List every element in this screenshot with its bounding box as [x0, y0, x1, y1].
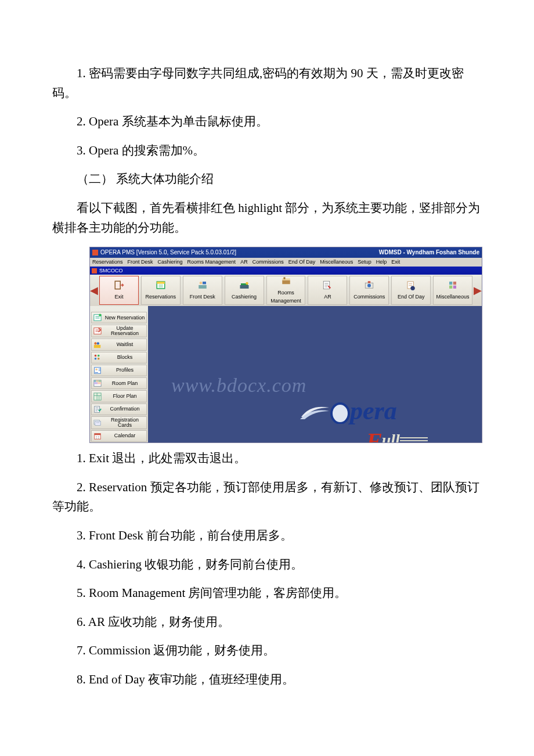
menu-end-of-day[interactable]: End Of Day: [288, 258, 316, 266]
toolbar-label: Reservations: [146, 293, 176, 301]
toolbar-scroll-left[interactable]: ◀: [90, 275, 98, 306]
lines-icon: [400, 430, 428, 442]
user-icon: [92, 268, 97, 273]
menu-front-desk[interactable]: Front Desk: [128, 258, 153, 266]
toolbar-label: Rooms Management: [267, 289, 305, 305]
toolbar-label: Exit: [114, 293, 123, 301]
para-7: 2. Reservation 预定各功能，预订部使用居多，有新订、修改预订、团队…: [52, 478, 482, 517]
sidebar-item-label: New Reservation: [104, 315, 146, 321]
svg-rect-39: [94, 383, 98, 385]
toolbar-misc-button[interactable]: Miscellaneous: [433, 276, 472, 305]
menu-reservations[interactable]: Reservations: [92, 258, 123, 266]
app-icon: [92, 250, 98, 255]
svg-point-32: [98, 358, 100, 360]
sidebar-item-confirmation[interactable]: Confirmation: [91, 404, 147, 415]
svg-rect-36: [94, 380, 96, 383]
sidebar-item-label: Floor Plan: [104, 394, 146, 399]
toolbar-exit-button[interactable]: Exit: [99, 276, 139, 305]
sidebar-item-label: Blocks: [104, 355, 146, 360]
svg-rect-9: [240, 285, 248, 289]
svg-rect-44: [95, 421, 101, 425]
sidebar-item-profiles[interactable]: Profiles: [91, 365, 147, 376]
toolbar-reservations-button[interactable]: Reservations: [141, 276, 181, 305]
svg-point-29: [95, 355, 97, 357]
para-10: 5. Room Management 房间管理功能，客房部使用。: [52, 584, 482, 603]
svg-point-6: [199, 282, 202, 285]
svg-rect-22: [453, 286, 456, 289]
toolbar-label: End Of Day: [398, 293, 425, 301]
svg-rect-21: [449, 286, 452, 289]
toolbar-label: Commissions: [353, 293, 385, 301]
para-11: 6. AR 应收功能，财务使用。: [52, 613, 482, 632]
sidebar-item-label: Registration Cards: [104, 417, 146, 429]
menu-commissions[interactable]: Commissions: [252, 258, 284, 266]
commissions-icon: [363, 280, 375, 293]
svg-rect-40: [98, 383, 101, 385]
menu-ar[interactable]: AR: [240, 258, 248, 266]
blocks-icon: [92, 353, 103, 362]
svg-point-10: [246, 282, 248, 285]
toolbar-frontdesk-button[interactable]: Front Desk: [183, 276, 222, 305]
eod-icon: [405, 280, 417, 293]
menu-miscellaneous[interactable]: Miscellaneous: [320, 258, 353, 266]
svg-rect-20: [453, 282, 456, 285]
menu-rooms-management[interactable]: Rooms Management: [187, 258, 236, 266]
toolbar-label: Miscellaneous: [436, 293, 470, 301]
cashiering-icon: [239, 280, 250, 293]
para-4: （二） 系统大体功能介绍: [52, 170, 482, 189]
window-title-left: OPERA PMS [Version 5.0, Service Pack 5.0…: [100, 248, 236, 257]
waitlist-icon: [92, 340, 103, 350]
update-res-icon: [92, 326, 103, 336]
menu-help[interactable]: Help: [376, 258, 387, 266]
sidebar-item-registration-cards[interactable]: Registration Cards: [91, 416, 147, 429]
sidebar-item-waitlist[interactable]: Waitlist: [91, 339, 147, 350]
canvas: www.bdocx.com pera Full Service: [148, 306, 482, 442]
svg-rect-38: [99, 380, 101, 383]
sidebar-item-update-reservation[interactable]: Update Reservation: [91, 325, 147, 337]
calendar-icon: [92, 431, 103, 441]
full-text: ull: [382, 431, 400, 442]
sidebar-item-new-reservation[interactable]: New Reservation: [91, 312, 147, 323]
letter-o-icon: [330, 401, 350, 430]
toolbar-ar-button[interactable]: AR: [308, 276, 347, 305]
roomplan-icon: [92, 379, 103, 388]
para-8: 3. Front Desk 前台功能，前台使用居多。: [52, 526, 482, 546]
svg-point-26: [94, 342, 96, 344]
sidebar-item-label: Room Plan: [104, 381, 146, 386]
toolbar-commissions-button[interactable]: Commissions: [349, 276, 389, 305]
letter-f-icon: F: [366, 428, 382, 442]
svg-point-24: [99, 314, 101, 316]
sidebar-item-room-plan[interactable]: Room Plan: [91, 377, 147, 389]
menu-cashiering[interactable]: Cashiering: [158, 258, 183, 266]
para-13: 8. End of Day 夜审功能，值班经理使用。: [52, 670, 482, 690]
toolbar-label: Cashiering: [232, 293, 257, 301]
toolbar-cashiering-button[interactable]: Cashiering: [225, 276, 264, 305]
sidebar-item-label: Waitlist: [104, 342, 146, 347]
svg-rect-28: [94, 345, 100, 348]
toolbar-eod-button[interactable]: End Of Day: [391, 276, 431, 305]
svg-rect-37: [96, 380, 98, 383]
toolbar-label: AR: [324, 293, 331, 301]
profiles-icon: [92, 366, 103, 375]
confirmation-icon: [92, 405, 103, 414]
exit-icon: [113, 280, 125, 293]
sidebar-item-label: Profiles: [104, 368, 146, 373]
menu-setup[interactable]: Setup: [358, 258, 371, 266]
window-title-right: WDMSD - Wyndham Foshan Shunde: [379, 248, 479, 257]
toolbar-scroll-right[interactable]: ▶: [474, 275, 482, 306]
para-5: 看以下截图，首先看横排红色 highlight 部分，为系统主要功能，竖排部分为…: [52, 199, 482, 237]
menu-exit[interactable]: Exit: [391, 258, 400, 266]
svg-rect-13: [283, 277, 285, 279]
sidebar-item-calendar[interactable]: Calendar: [91, 430, 147, 442]
sidebar-item-blocks[interactable]: Blocks: [91, 352, 147, 363]
menubar: Reservations Front Desk Cashiering Rooms…: [90, 258, 482, 267]
sidebar-item-floor-plan[interactable]: Floor Plan: [91, 390, 147, 402]
floorplan-icon: [92, 392, 103, 401]
toolbar-rooms-button[interactable]: Rooms Management: [266, 276, 306, 305]
new-res-icon: [92, 313, 103, 322]
svg-point-34: [96, 369, 98, 371]
workspace: New Reservation Update Reservation Waitl…: [90, 306, 482, 442]
svg-rect-11: [282, 280, 290, 284]
sidebar: New Reservation Update Reservation Waitl…: [90, 306, 148, 442]
sidebar-item-label: Calendar: [104, 433, 146, 438]
